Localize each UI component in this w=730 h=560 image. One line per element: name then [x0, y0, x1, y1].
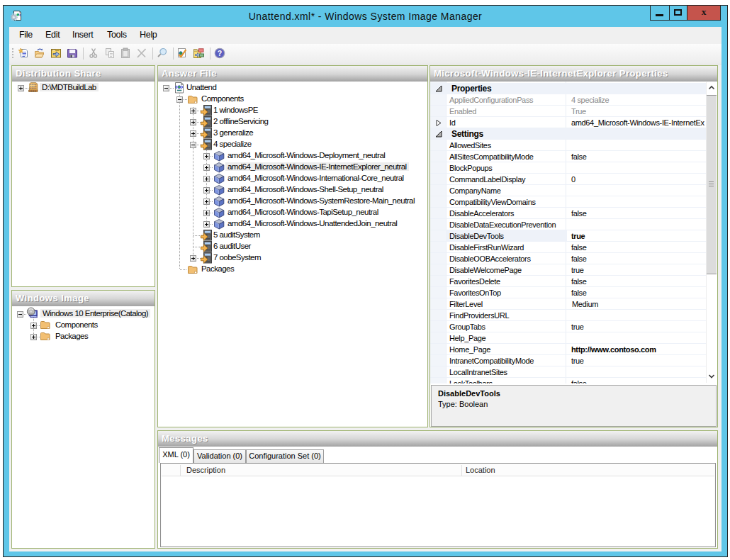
svg-text:?: ? — [218, 49, 222, 57]
